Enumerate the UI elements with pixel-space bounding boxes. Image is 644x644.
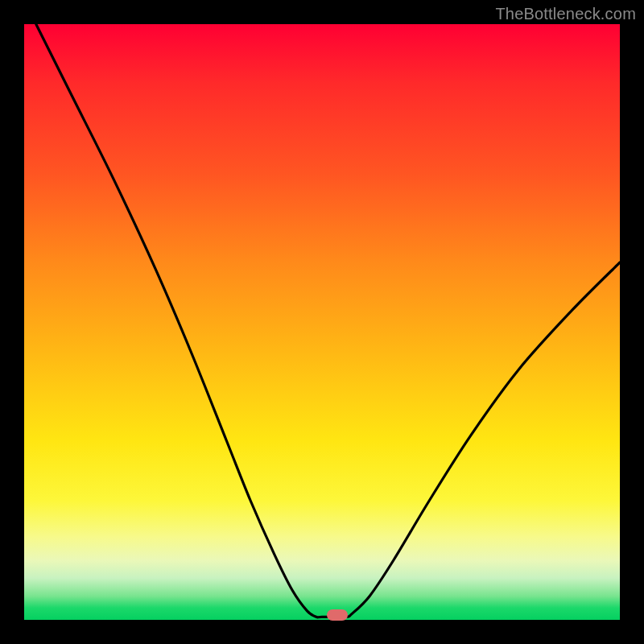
watermark-text: TheBottleneck.com bbox=[495, 5, 636, 23]
optimal-point-marker bbox=[327, 609, 348, 621]
chart-frame: TheBottleneck.com bbox=[0, 0, 644, 644]
plot-area bbox=[24, 24, 620, 620]
bottleneck-curve bbox=[24, 24, 620, 620]
